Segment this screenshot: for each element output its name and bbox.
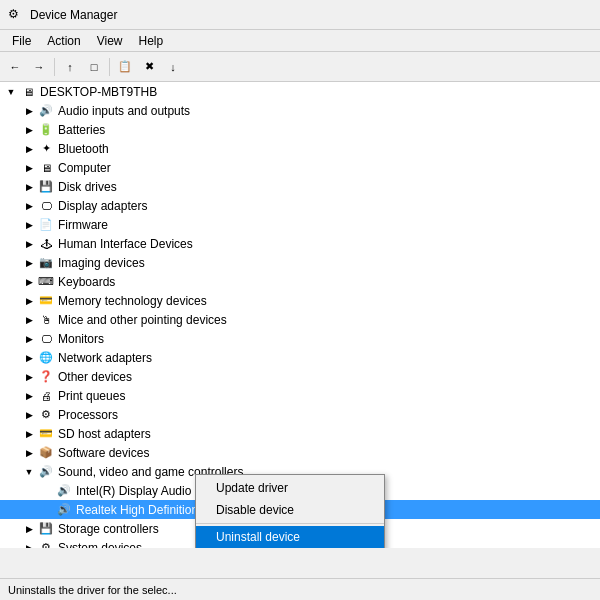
device-icon: 🌐 bbox=[38, 350, 54, 366]
category-label: Human Interface Devices bbox=[58, 237, 193, 251]
tree-item-disk-drives[interactable]: ▶ 💾 Disk drives bbox=[0, 177, 600, 196]
expand-spacer bbox=[40, 503, 54, 517]
category-label: Firmware bbox=[58, 218, 108, 232]
toolbar-btn-forward[interactable]: → bbox=[28, 56, 50, 78]
category-label: Intel(R) Display Audio bbox=[76, 484, 191, 498]
tree-item-firmware[interactable]: ▶ 📄 Firmware bbox=[0, 215, 600, 234]
expand-icon: ▶ bbox=[22, 408, 36, 422]
device-icon: 🔋 bbox=[38, 122, 54, 138]
expand-icon: ▶ bbox=[22, 256, 36, 270]
device-icon: 💾 bbox=[38, 179, 54, 195]
tree-item-network-adapters[interactable]: ▶ 🌐 Network adapters bbox=[0, 348, 600, 367]
tree-item-processors[interactable]: ▶ ⚙ Processors bbox=[0, 405, 600, 424]
device-icon: ✦ bbox=[38, 141, 54, 157]
expand-icon: ▶ bbox=[22, 522, 36, 536]
device-icon: 🔊 bbox=[56, 483, 72, 499]
app-icon: ⚙ bbox=[8, 7, 24, 23]
device-icon: 🔊 bbox=[56, 502, 72, 518]
device-icon: 🖵 bbox=[38, 198, 54, 214]
category-label: Monitors bbox=[58, 332, 104, 346]
expand-icon: ▶ bbox=[22, 237, 36, 251]
expand-icon: ▶ bbox=[22, 332, 36, 346]
tree-item-display-adapters[interactable]: ▶ 🖵 Display adapters bbox=[0, 196, 600, 215]
menu-item-action[interactable]: Action bbox=[39, 32, 88, 50]
expand-icon: ▶ bbox=[22, 294, 36, 308]
category-label: SD host adapters bbox=[58, 427, 151, 441]
expand-icon: ▶ bbox=[22, 104, 36, 118]
context-menu-uninstall-device[interactable]: Uninstall device bbox=[196, 526, 384, 548]
expand-icon: ▶ bbox=[22, 351, 36, 365]
device-icon: ⚙ bbox=[38, 407, 54, 423]
menu-item-file[interactable]: File bbox=[4, 32, 39, 50]
context-menu-update-driver[interactable]: Update driver bbox=[196, 477, 384, 499]
device-icon: 🔊 bbox=[38, 103, 54, 119]
device-icon: 📄 bbox=[38, 217, 54, 233]
toolbar-separator bbox=[54, 58, 55, 76]
device-icon: 💾 bbox=[38, 521, 54, 537]
expand-icon: ▶ bbox=[22, 142, 36, 156]
title-bar: ⚙ Device Manager bbox=[0, 0, 600, 30]
tree-item-software-devices[interactable]: ▶ 📦 Software devices bbox=[0, 443, 600, 462]
device-icon: 🖵 bbox=[38, 331, 54, 347]
root-label: DESKTOP-MBT9THB bbox=[40, 85, 157, 99]
tree-item-human-interface-devices[interactable]: ▶ 🕹 Human Interface Devices bbox=[0, 234, 600, 253]
category-label: System devices bbox=[58, 541, 142, 549]
category-label: Keyboards bbox=[58, 275, 115, 289]
content-area: ▼ 🖥 DESKTOP-MBT9THB ▶ 🔊 Audio inputs and… bbox=[0, 82, 600, 548]
category-label: Batteries bbox=[58, 123, 105, 137]
device-icon: 🕹 bbox=[38, 236, 54, 252]
device-icon: 🔊 bbox=[38, 464, 54, 480]
tree-item-mice-and-other-pointing-device[interactable]: ▶ 🖱 Mice and other pointing devices bbox=[0, 310, 600, 329]
toolbar-btn-back[interactable]: ← bbox=[4, 56, 26, 78]
device-icon: 💳 bbox=[38, 293, 54, 309]
toolbar-btn-delete[interactable]: ✖ bbox=[138, 56, 160, 78]
expand-icon: ▼ bbox=[4, 85, 18, 99]
context-menu: Update driverDisable deviceUninstall dev… bbox=[195, 474, 385, 548]
expand-icon: ▶ bbox=[22, 427, 36, 441]
tree-root[interactable]: ▼ 🖥 DESKTOP-MBT9THB bbox=[0, 82, 600, 101]
menu-item-view[interactable]: View bbox=[89, 32, 131, 50]
toolbar: ←→↑□📋✖↓ bbox=[0, 52, 600, 82]
device-icon: 💳 bbox=[38, 426, 54, 442]
expand-icon: ▶ bbox=[22, 275, 36, 289]
expand-spacer bbox=[40, 484, 54, 498]
category-label: Imaging devices bbox=[58, 256, 145, 270]
tree-item-print-queues[interactable]: ▶ 🖨 Print queues bbox=[0, 386, 600, 405]
device-icon: ❓ bbox=[38, 369, 54, 385]
category-label: Memory technology devices bbox=[58, 294, 207, 308]
tree-item-audio-inputs-and-outputs[interactable]: ▶ 🔊 Audio inputs and outputs bbox=[0, 101, 600, 120]
device-icon: 🖨 bbox=[38, 388, 54, 404]
toolbar-btn-properties[interactable]: □ bbox=[83, 56, 105, 78]
category-label: Software devices bbox=[58, 446, 149, 460]
category-label: Display adapters bbox=[58, 199, 147, 213]
device-icon: ⚙ bbox=[38, 540, 54, 549]
device-icon: 🖥 bbox=[38, 160, 54, 176]
menu-item-help[interactable]: Help bbox=[131, 32, 172, 50]
tree-item-monitors[interactable]: ▶ 🖵 Monitors bbox=[0, 329, 600, 348]
tree-item-computer[interactable]: ▶ 🖥 Computer bbox=[0, 158, 600, 177]
menu-bar: FileActionViewHelp bbox=[0, 30, 600, 52]
tree-item-memory-technology-devices[interactable]: ▶ 💳 Memory technology devices bbox=[0, 291, 600, 310]
tree-item-sd-host-adapters[interactable]: ▶ 💳 SD host adapters bbox=[0, 424, 600, 443]
tree-item-keyboards[interactable]: ▶ ⌨ Keyboards bbox=[0, 272, 600, 291]
device-icon: 📦 bbox=[38, 445, 54, 461]
category-label: Processors bbox=[58, 408, 118, 422]
toolbar-btn-copy[interactable]: 📋 bbox=[114, 56, 136, 78]
toolbar-btn-download[interactable]: ↓ bbox=[162, 56, 184, 78]
expand-icon: ▶ bbox=[22, 218, 36, 232]
expand-icon: ▶ bbox=[22, 313, 36, 327]
context-menu-separator bbox=[196, 523, 384, 524]
category-label: Mice and other pointing devices bbox=[58, 313, 227, 327]
tree-item-bluetooth[interactable]: ▶ ✦ Bluetooth bbox=[0, 139, 600, 158]
status-bar: Uninstalls the driver for the selec... bbox=[0, 578, 600, 600]
tree-item-imaging-devices[interactable]: ▶ 📷 Imaging devices bbox=[0, 253, 600, 272]
toolbar-btn-up[interactable]: ↑ bbox=[59, 56, 81, 78]
category-label: Storage controllers bbox=[58, 522, 159, 536]
category-label: Computer bbox=[58, 161, 111, 175]
context-menu-disable-device[interactable]: Disable device bbox=[196, 499, 384, 521]
toolbar-separator bbox=[109, 58, 110, 76]
category-label: Audio inputs and outputs bbox=[58, 104, 190, 118]
tree-item-other-devices[interactable]: ▶ ❓ Other devices bbox=[0, 367, 600, 386]
tree-item-batteries[interactable]: ▶ 🔋 Batteries bbox=[0, 120, 600, 139]
expand-icon: ▶ bbox=[22, 123, 36, 137]
